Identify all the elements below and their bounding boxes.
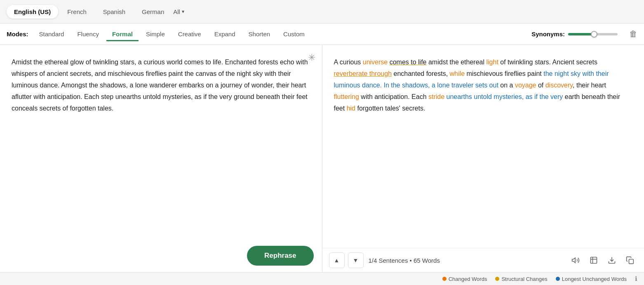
modes-label: Modes: <box>7 31 28 38</box>
left-panel: ✳ Amidst the ethereal glow of twinkling … <box>0 45 322 272</box>
chevron-down-icon: ▾ <box>182 9 184 14</box>
mode-expand[interactable]: Expand <box>209 28 241 41</box>
legend-bar: Changed Words Structural Changes Longest… <box>0 272 644 285</box>
lang-tab-spanish[interactable]: Spanish <box>96 5 133 19</box>
nav-up-button[interactable]: ▲ <box>329 252 345 268</box>
svg-rect-1 <box>591 257 597 264</box>
structural-comes: comes to life <box>390 59 427 66</box>
mode-fluency[interactable]: Fluency <box>71 28 105 41</box>
snowflake-icon[interactable]: ✳ <box>308 50 315 66</box>
changed-word-while: while <box>450 70 465 77</box>
speaker-button[interactable] <box>568 253 583 268</box>
longest-unchanged-dot <box>556 277 560 281</box>
lang-tab-english[interactable]: English (US) <box>7 5 58 19</box>
changed-word-fluttering: fluttering <box>334 93 359 100</box>
changed-words-label: Changed Words <box>449 276 487 282</box>
right-panel: A curious universe comes to life amidst … <box>322 45 644 272</box>
main-content: ✳ Amidst the ethereal glow of twinkling … <box>0 45 644 272</box>
svg-rect-5 <box>629 259 634 264</box>
changed-word-hid: hid <box>347 105 355 112</box>
info-icon[interactable]: ℹ <box>635 275 637 283</box>
synonyms-group: Synonyms: 🗑 <box>531 29 637 39</box>
structural-changes-dot <box>495 277 499 281</box>
changed-word-stride: stride <box>428 93 444 100</box>
lang-tab-german[interactable]: German <box>134 5 172 19</box>
changed-word-light: light <box>486 59 498 66</box>
legend-longest-unchanged: Longest Unchanged Words <box>556 276 627 282</box>
changed-word-universe: universe <box>363 59 388 66</box>
output-text-area: A curious universe comes to life amidst … <box>322 45 644 248</box>
mode-standard[interactable]: Standard <box>33 28 70 41</box>
synonyms-label: Synonyms: <box>531 31 565 38</box>
mode-creative[interactable]: Creative <box>172 28 207 41</box>
copy-button[interactable] <box>623 253 637 268</box>
left-bottom-bar: Rephrase <box>0 241 322 272</box>
modes-bar: Modes: Standard Fluency Formal Simple Cr… <box>0 24 644 45</box>
mode-formal[interactable]: Formal <box>106 28 139 41</box>
lang-all-dropdown[interactable]: All ▾ <box>173 8 184 15</box>
svg-marker-0 <box>572 258 576 263</box>
legend-changed-words: Changed Words <box>442 276 487 282</box>
changed-words-dot <box>442 277 447 281</box>
changed-word-discovery: discovery <box>545 82 573 89</box>
sentence-word-count: 1/4 Sentences • 65 Words <box>369 257 565 264</box>
synonyms-slider[interactable] <box>568 33 618 35</box>
unchanged-unearths: unearths untold mysteries, as if the ver… <box>447 93 563 100</box>
changed-word-voyage: voyage <box>515 82 536 89</box>
language-bar: English (US) French Spanish German All ▾ <box>0 0 644 24</box>
download-button[interactable] <box>604 253 619 268</box>
mode-custom[interactable]: Custom <box>277 28 310 41</box>
structural-changes-label: Structural Changes <box>501 276 547 282</box>
mode-shorten[interactable]: Shorten <box>243 28 276 41</box>
lang-all-label: All <box>173 8 180 15</box>
nav-down-button[interactable]: ▼ <box>348 252 364 268</box>
chart-button[interactable] <box>586 253 601 268</box>
right-bottom-bar: ▲ ▼ 1/4 Sentences • 65 Words <box>322 248 644 272</box>
changed-word-reverberate: reverberate through <box>334 70 392 77</box>
mode-simple[interactable]: Simple <box>140 28 171 41</box>
legend-structural-changes: Structural Changes <box>495 276 547 282</box>
input-text-area[interactable]: ✳ Amidst the ethereal glow of twinkling … <box>0 45 322 241</box>
lang-tab-french[interactable]: French <box>60 5 94 19</box>
rephrase-button[interactable]: Rephrase <box>247 246 313 266</box>
longest-unchanged-label: Longest Unchanged Words <box>562 276 627 282</box>
trash-button[interactable]: 🗑 <box>629 29 637 39</box>
